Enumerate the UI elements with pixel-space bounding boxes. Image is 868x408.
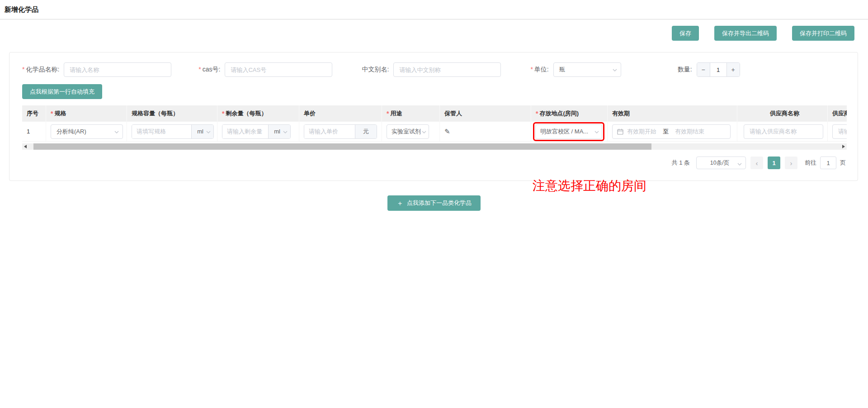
page-title: 新增化学品 — [5, 5, 38, 14]
basic-info-row: *化学品名称: *cas号: 中文别名: *单位: 瓶 数量: − + — [22, 62, 846, 77]
col-header-usage: *用途 — [382, 105, 440, 122]
pagination-total: 共 1 条 — [672, 159, 690, 167]
save-print-qrcode-button[interactable]: 保存并打印二维码 — [792, 26, 854, 41]
capacity-unit-value: ml — [197, 128, 203, 135]
goto-unit-label: 页 — [840, 159, 846, 167]
save-button[interactable]: 保存 — [672, 26, 699, 41]
col-header-validity: 有效期 — [608, 105, 737, 122]
supplier-name-input[interactable] — [744, 124, 823, 139]
goto-page-input[interactable] — [820, 157, 836, 169]
cell-keeper: ✎ — [440, 122, 531, 141]
col-header-price: 单价 — [299, 105, 382, 122]
autofill-from-first-row-button[interactable]: 点我根据第一行自动填充 — [22, 84, 102, 99]
col-header-index: 序号 — [22, 105, 46, 122]
chemical-detail-table: 序号 *规格 规格容量（每瓶） *剩余量（每瓶） 单价 *用途 保管人 *存放地… — [22, 105, 847, 142]
next-page-button[interactable]: › — [785, 157, 797, 169]
validity-separator: 至 — [663, 128, 669, 136]
edit-pencil-icon[interactable]: ✎ — [444, 128, 450, 136]
cell-supplier-extra — [828, 122, 847, 141]
save-export-qrcode-button[interactable]: 保存并导出二维码 — [714, 26, 777, 41]
validity-end-placeholder: 有效期结束 — [675, 128, 704, 136]
page-size-value: 10条/页 — [710, 159, 729, 167]
quantity-increase-button[interactable]: + — [727, 63, 740, 76]
required-mark: * — [530, 66, 533, 73]
scroll-right-icon — [842, 145, 845, 148]
cell-validity: 有效期开始 至 有效期结束 — [608, 122, 737, 141]
goto-label: 前往 — [805, 159, 816, 167]
spec-select[interactable]: 分析纯(AR) — [51, 124, 123, 139]
col-header-capacity: 规格容量（每瓶） — [127, 105, 217, 122]
required-mark: * — [198, 66, 201, 73]
table-horizontal-scrollbar — [22, 143, 847, 150]
supplier-extra-input[interactable] — [832, 124, 847, 139]
cell-price: 元 — [299, 122, 382, 141]
table-row: 1 分析纯(AR) ml — [22, 122, 847, 142]
add-next-chemical-button[interactable]: ＋ 点我添加下一品类化学品 — [387, 195, 481, 211]
col-header-supplier-name: 供应商名称 — [737, 105, 828, 122]
add-next-chemical-label: 点我添加下一品类化学品 — [407, 199, 472, 207]
quantity-input[interactable] — [710, 63, 727, 76]
chemical-name-label: *化学品名称: — [22, 66, 59, 74]
chemical-name-input[interactable] — [64, 62, 171, 77]
col-header-supplier-extra: 供应商 — [828, 105, 847, 122]
scroll-left-icon — [24, 145, 27, 148]
scroll-right-button[interactable] — [840, 143, 847, 150]
required-mark: * — [387, 110, 389, 117]
cell-spec: 分析纯(AR) — [46, 122, 127, 141]
chevron-down-icon — [422, 131, 426, 133]
location-select-value: 明故宫校区 / MA... — [540, 128, 588, 136]
col-header-keeper: 保管人 — [440, 105, 531, 122]
plus-icon: ＋ — [396, 199, 403, 208]
table-header-row: 序号 *规格 规格容量（每瓶） *剩余量（每瓶） 单价 *用途 保管人 *存放地… — [22, 105, 847, 122]
chevron-down-icon — [206, 131, 211, 133]
chemical-form-panel: *化学品名称: *cas号: 中文别名: *单位: 瓶 数量: − + 点我根据… — [9, 52, 858, 181]
scrollbar-track[interactable] — [28, 143, 840, 150]
cell-location: 明故宫校区 / MA... — [531, 122, 608, 141]
remaining-input[interactable] — [222, 125, 268, 138]
chevron-down-icon — [594, 131, 599, 133]
remaining-unit-value: ml — [274, 128, 280, 135]
remaining-unit-select[interactable]: ml — [268, 125, 290, 138]
unit-select[interactable]: 瓶 — [553, 62, 621, 77]
cas-label: *cas号: — [198, 66, 220, 74]
spec-select-value: 分析纯(AR) — [57, 128, 86, 136]
current-page-button[interactable]: 1 — [768, 157, 780, 169]
top-action-bar: 保存 保存并导出二维码 保存并打印二维码 — [0, 26, 854, 41]
alias-label: 中文别名: — [362, 66, 389, 74]
required-mark: * — [536, 110, 538, 117]
goto-page-group: 前往 页 — [805, 157, 846, 169]
capacity-unit-select[interactable]: ml — [191, 125, 213, 138]
chevron-down-icon — [283, 131, 288, 133]
cell-usage: 实验室试剂 — [382, 122, 440, 141]
chevron-down-icon — [114, 131, 119, 133]
prev-page-button[interactable]: ‹ — [750, 157, 763, 169]
col-header-spec: *规格 — [46, 105, 127, 122]
usage-select-value: 实验室试剂 — [392, 128, 421, 136]
chevron-down-icon — [737, 163, 742, 166]
scroll-left-button[interactable] — [22, 143, 28, 150]
chevron-down-icon — [613, 69, 617, 71]
quantity-decrease-button[interactable]: − — [697, 63, 710, 76]
col-header-location: *存放地点(房间) — [531, 105, 608, 122]
price-input[interactable] — [304, 125, 355, 138]
location-highlight-red-box: 明故宫校区 / MA... — [533, 122, 604, 141]
page-header: 新增化学品 — [0, 0, 868, 19]
pagination-bar: 共 1 条 10条/页 ‹ 1 › 前往 页 — [22, 157, 846, 169]
validity-date-range-picker[interactable]: 有效期开始 至 有效期结束 — [612, 124, 731, 139]
alias-input[interactable] — [393, 62, 501, 77]
validity-start-placeholder: 有效期开始 — [627, 128, 656, 136]
cell-remaining: ml — [217, 122, 299, 141]
capacity-input[interactable] — [132, 125, 191, 138]
cas-input[interactable] — [225, 62, 332, 77]
room-selection-annotation: 注意选择正确的房间 — [533, 177, 646, 195]
scrollbar-thumb[interactable] — [33, 143, 651, 150]
calendar-icon — [617, 128, 623, 135]
quantity-label: 数量: — [678, 66, 692, 74]
cell-supplier-name — [737, 122, 828, 141]
page-size-select[interactable]: 10条/页 — [696, 157, 746, 169]
col-header-remaining: *剩余量（每瓶） — [217, 105, 299, 122]
quantity-stepper: − + — [697, 62, 740, 77]
location-select[interactable]: 明故宫校区 / MA... — [535, 124, 602, 139]
required-mark: * — [22, 66, 24, 73]
usage-select[interactable]: 实验室试剂 — [387, 124, 429, 139]
